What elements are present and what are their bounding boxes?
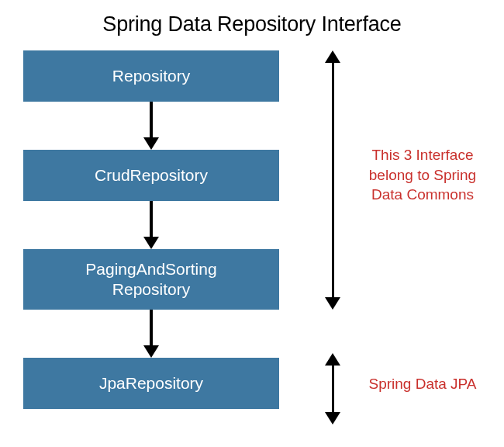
crud-repository-box: CrudRepository: [23, 150, 279, 201]
inheritance-arrow-head: [143, 345, 159, 358]
bracket-line: [332, 63, 334, 297]
annotation-data-jpa: Spring Data JPA: [353, 374, 492, 394]
box-label: JpaRepository: [99, 373, 203, 393]
bracket-arrow-down-icon: [325, 297, 340, 310]
page-title: Spring Data Repository Interface: [0, 0, 504, 44]
inheritance-arrow-line: [150, 102, 153, 137]
inheritance-arrow-line: [150, 201, 153, 237]
bracket-arrow-up-icon: [325, 353, 340, 366]
annotation-data-commons: This 3 Interface belong to Spring Data C…: [353, 145, 492, 205]
hierarchy-diagram: Repository CrudRepository PagingAndSorti…: [0, 44, 504, 432]
repository-box: Repository: [23, 50, 279, 102]
bracket-arrow-down-icon: [325, 412, 340, 424]
bracket-arrow-up-icon: [325, 50, 340, 63]
box-label: PagingAndSortingRepository: [85, 259, 216, 300]
jpa-repository-box: JpaRepository: [23, 358, 279, 409]
paging-sorting-repository-box: PagingAndSortingRepository: [23, 249, 279, 310]
box-label: CrudRepository: [95, 165, 208, 185]
inheritance-arrow-head: [143, 237, 159, 249]
bracket-line: [332, 366, 334, 412]
box-label: Repository: [112, 66, 190, 86]
inheritance-arrow-head: [143, 137, 159, 150]
inheritance-arrow-line: [150, 310, 153, 345]
